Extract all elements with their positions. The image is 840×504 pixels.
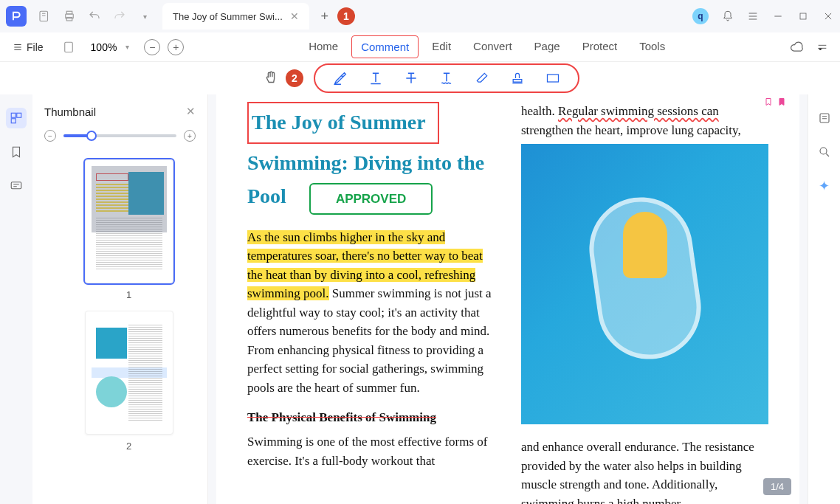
squiggly-text: Regular swimming sessions can bbox=[558, 104, 719, 118]
document-tab[interactable]: The Joy of Summer Swi... ✕ bbox=[162, 3, 309, 30]
titlebar-right: q bbox=[692, 8, 834, 24]
cloud-icon[interactable] bbox=[790, 40, 805, 55]
menu-comment[interactable]: Comment bbox=[351, 35, 419, 58]
minimize-icon[interactable] bbox=[772, 10, 784, 22]
collapse-icon[interactable] bbox=[815, 40, 830, 55]
rectangle-tool-icon[interactable] bbox=[543, 68, 563, 89]
undo-icon[interactable] bbox=[87, 9, 102, 24]
pool-image bbox=[521, 144, 768, 424]
document-page: The Joy of Summer Swimming: Diving into … bbox=[216, 94, 799, 504]
search-icon[interactable] bbox=[814, 142, 835, 162]
svg-rect-3 bbox=[66, 18, 72, 21]
open-icon[interactable] bbox=[37, 9, 52, 24]
right-column: health. Regular swimming sessions can st… bbox=[521, 102, 768, 504]
thumb-zoom-out[interactable]: − bbox=[44, 130, 56, 142]
page-indicator[interactable]: 1/4 bbox=[763, 478, 791, 495]
menu-icon[interactable] bbox=[747, 10, 759, 22]
highlight-tool-icon[interactable] bbox=[330, 68, 351, 89]
main-area: Thumbnail ✕ − + 1 bbox=[0, 94, 840, 504]
menu-edit[interactable]: Edit bbox=[423, 35, 460, 58]
svg-rect-6 bbox=[548, 75, 559, 82]
thumbnail-list: 1 2 bbox=[32, 152, 207, 504]
squiggly-tool-icon[interactable] bbox=[436, 68, 457, 89]
col2-prefix: health. bbox=[521, 104, 558, 118]
menu-page[interactable]: Page bbox=[526, 35, 569, 58]
thumbnail-header: Thumbnail ✕ bbox=[32, 94, 207, 124]
zoom-controls: 100% ▾ − + bbox=[61, 38, 185, 56]
menu-home[interactable]: Home bbox=[300, 35, 347, 58]
bookmark-ribbons bbox=[764, 96, 786, 108]
bell-icon[interactable] bbox=[722, 10, 734, 22]
thumbnail-item[interactable]: 2 bbox=[85, 311, 173, 452]
redo-icon[interactable] bbox=[112, 9, 127, 24]
close-panel-icon[interactable]: ✕ bbox=[186, 105, 196, 118]
menu-convert[interactable]: Convert bbox=[464, 35, 521, 58]
new-tab-button[interactable]: + bbox=[314, 5, 336, 27]
chevron-down-icon: ▾ bbox=[125, 43, 129, 51]
stamp-tool-icon[interactable] bbox=[507, 68, 528, 89]
bookmark-icon[interactable] bbox=[777, 96, 786, 108]
menubar: File 100% ▾ − + Home Comment Edit Conver… bbox=[0, 32, 840, 62]
thumbnail-panel: Thumbnail ✕ − + 1 bbox=[32, 94, 208, 504]
bookmark-icon[interactable] bbox=[764, 96, 773, 108]
close-tab-icon[interactable]: ✕ bbox=[290, 10, 299, 22]
svg-rect-8 bbox=[17, 113, 21, 117]
right-rail: ✦ bbox=[808, 94, 840, 504]
comment-toolbar: 2 bbox=[0, 62, 840, 94]
menubar-right bbox=[790, 40, 834, 55]
paragraph-2: Swimming is one of the most effective fo… bbox=[247, 432, 495, 470]
document-title: The Joy of Summer Swimming: Diving into … bbox=[247, 102, 495, 215]
hand-tool-icon[interactable] bbox=[261, 68, 281, 89]
zoom-in-button[interactable]: + bbox=[168, 39, 184, 55]
subheading-strikethrough: The Physical Benefits of Swimming bbox=[247, 410, 495, 425]
callout-2: 2 bbox=[286, 69, 303, 87]
annotation-tools bbox=[314, 63, 579, 93]
page-thumbnail-2 bbox=[92, 317, 167, 428]
svg-rect-2 bbox=[66, 11, 72, 14]
menu-tools[interactable]: Tools bbox=[630, 35, 674, 58]
maximize-icon[interactable] bbox=[797, 10, 809, 22]
eraser-tool-icon[interactable] bbox=[472, 68, 492, 89]
titlebar-left: ▾ bbox=[6, 6, 152, 27]
thumb-zoom-slider[interactable] bbox=[63, 134, 176, 137]
col2-rest: strengthen the heart, improve lung capac… bbox=[521, 123, 741, 137]
svg-point-12 bbox=[820, 148, 827, 154]
bookmark-panel-icon[interactable] bbox=[6, 142, 27, 162]
title-line-1: The Joy of Summer bbox=[247, 102, 439, 144]
callout-1: 1 bbox=[337, 7, 355, 25]
ai-sparkle-icon[interactable]: ✦ bbox=[814, 176, 835, 196]
thumbnail-item[interactable]: 1 bbox=[85, 159, 173, 300]
underline-tool-icon[interactable] bbox=[365, 68, 386, 89]
person-illustration bbox=[623, 212, 667, 278]
zoom-value: 100% bbox=[91, 41, 117, 53]
app-icon[interactable] bbox=[6, 6, 27, 27]
file-menu[interactable]: File bbox=[6, 38, 49, 56]
strikethrough-tool-icon[interactable] bbox=[401, 68, 421, 89]
close-window-icon[interactable] bbox=[822, 10, 834, 22]
thumb-label: 2 bbox=[85, 441, 173, 452]
paragraph-1: As the sun climbs higher in the sky and … bbox=[247, 228, 495, 398]
svg-rect-10 bbox=[11, 182, 21, 189]
file-label: File bbox=[27, 41, 44, 53]
approved-stamp: APPROVED bbox=[309, 183, 433, 215]
svg-rect-4 bbox=[800, 13, 806, 19]
col2-bottom: and enhance overall endurance. The resis… bbox=[521, 438, 768, 504]
thumbnail-panel-icon[interactable] bbox=[6, 108, 27, 128]
properties-icon[interactable] bbox=[814, 108, 835, 128]
svg-rect-5 bbox=[64, 42, 72, 52]
document-viewport[interactable]: The Joy of Summer Swimming: Diving into … bbox=[208, 94, 808, 504]
comment-panel-icon[interactable] bbox=[6, 176, 27, 196]
thumb-zoom-in[interactable]: + bbox=[184, 130, 196, 142]
print-icon[interactable] bbox=[62, 9, 77, 24]
para1-rest: Summer swimming is not just a delightful… bbox=[247, 286, 492, 395]
thumbnail-title: Thumbnail bbox=[44, 106, 96, 118]
view-mode-icon[interactable] bbox=[61, 40, 76, 55]
menu-tabs: Home Comment Edit Convert Page Protect T… bbox=[300, 35, 674, 58]
dropdown-icon[interactable]: ▾ bbox=[137, 9, 152, 24]
menu-protect[interactable]: Protect bbox=[574, 35, 627, 58]
thumbnail-zoom: − + bbox=[32, 124, 207, 152]
zoom-out-button[interactable]: − bbox=[144, 39, 160, 55]
zoom-select[interactable]: 100% ▾ bbox=[83, 38, 137, 56]
left-rail bbox=[0, 94, 32, 504]
user-avatar[interactable]: q bbox=[692, 8, 709, 24]
